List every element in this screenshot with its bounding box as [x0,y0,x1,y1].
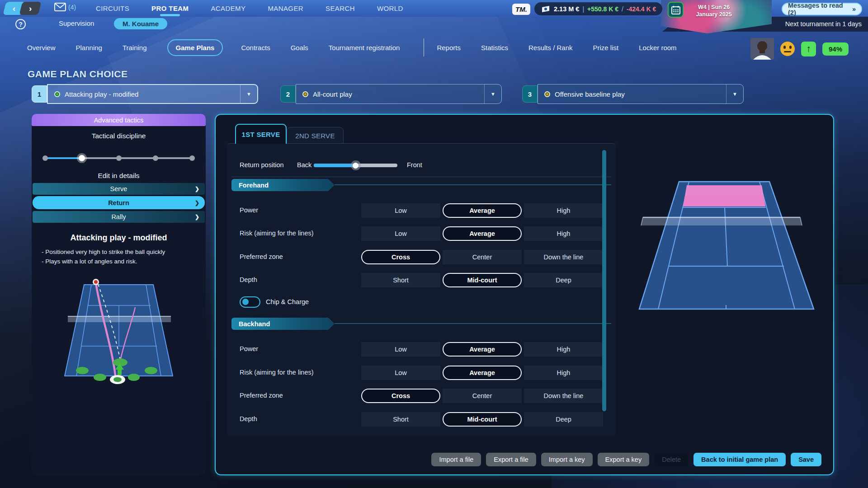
tab-contracts[interactable]: Contracts [241,44,270,52]
option-forehand-depth-deep[interactable]: Deep [524,273,603,287]
tab-overview[interactable]: Overview [27,44,56,52]
chevron-down-icon[interactable]: ▼ [240,85,257,103]
plan-description: - Positioned very high to strike the bal… [42,248,198,267]
game-plan-dropdown-2[interactable]: All-court play ▼ [296,84,502,104]
delete-button[interactable]: Delete [654,453,689,466]
nav-academy[interactable]: ACADEMY [211,5,245,12]
chip-charge-toggle[interactable] [240,296,260,308]
tab-supervision[interactable]: Supervision [59,19,94,27]
import-file-button[interactable]: Import a file [431,453,481,466]
export-key-button[interactable]: Export a key [598,453,650,466]
option-forehand-risk-average[interactable]: Average [443,226,522,241]
row-label: Risk (aiming for the lines) [240,369,314,376]
mood-mouth [784,51,791,52]
tab-planning[interactable]: Planning [76,44,102,52]
option-forehand-zone-center[interactable]: Center [443,250,522,264]
tactical-discipline-slider[interactable] [45,154,192,163]
option-forehand-depth-short[interactable]: Short [361,273,440,287]
chevron-right-icon: ❯ [195,186,199,192]
option-backhand-risk-low[interactable]: Low [361,366,440,380]
game-plan-dropdown-1[interactable]: Attacking play - modified ▼ [47,84,258,104]
tab-first-serve[interactable]: 1ST SERVE [235,124,287,144]
tactical-discipline-label: Tactical discipline [32,132,206,140]
option-backhand-power-high[interactable]: High [524,342,603,357]
row-label: Preferred zone [240,253,283,260]
nav-manager[interactable]: MANAGER [268,5,303,12]
chevron-down-icon[interactable]: ▼ [726,84,743,103]
slider-handle[interactable] [77,153,87,163]
nav-search[interactable]: SEARCH [326,5,355,12]
return-position-slider[interactable] [314,162,397,169]
option-backhand-risk-high[interactable]: High [524,366,603,380]
tab-prize-list[interactable]: Prize list [593,44,619,52]
finance-summary[interactable]: 2.13 M € | +550.8 K € / -424.4 K € [534,2,662,15]
forward-button[interactable]: › [19,2,41,15]
option-forehand-risk-high[interactable]: High [524,226,603,241]
tab-results-rank[interactable]: Results / Rank [528,44,573,52]
save-button[interactable]: Save [791,453,821,466]
tab-reports[interactable]: Reports [437,44,461,52]
export-file-button[interactable]: Export a file [486,453,536,466]
mini-court-diagram [54,273,183,390]
option-backhand-depth-deep[interactable]: Deep [524,412,603,427]
tab-second-serve[interactable]: 2ND SERVE [287,127,344,144]
option-backhand-zone-cross[interactable]: Cross [361,389,440,403]
active-nav-underline [160,14,180,16]
chevron-right-icon: ❯ [195,214,199,220]
calendar-icon [671,5,680,14]
option-forehand-power-average[interactable]: Average [443,203,522,218]
plan-name: All-court play [313,90,352,98]
section-header-line [335,323,611,324]
option-forehand-depth-mid-court[interactable]: Mid-court [443,273,522,287]
slider-step[interactable] [153,155,158,161]
avatar[interactable] [750,38,774,60]
option-backhand-power-average[interactable]: Average [443,342,522,357]
nav-circuits[interactable]: CIRCUITS [96,5,129,12]
back-to-initial-button[interactable]: Back to initial game plan [693,453,786,466]
serve-label: Serve [110,185,127,192]
backhand-risk-row: Risk (aiming for the lines) Low Average … [227,366,616,380]
option-backhand-depth-mid-court[interactable]: Mid-court [443,412,522,427]
game-plan-dropdown-3[interactable]: Offensive baseline play ▼ [538,84,744,104]
import-key-button[interactable]: Import a key [541,453,593,466]
return-label: Return [108,199,129,206]
slider-step[interactable] [116,155,122,161]
rally-details-button[interactable]: Rally ❯ [33,211,205,223]
serve-details-button[interactable]: Serve ❯ [33,183,205,195]
option-backhand-power-low[interactable]: Low [361,342,440,357]
slider-step[interactable] [42,155,48,161]
option-forehand-zone-cross[interactable]: Cross [361,250,440,264]
mood-icon[interactable] [780,42,795,56]
settings-scrollbar[interactable] [602,150,606,411]
slider-step[interactable] [189,155,195,161]
help-button[interactable]: ? [15,19,26,29]
separator-line [231,177,611,177]
tab-goals[interactable]: Goals [291,44,308,52]
mail-button[interactable]: (4) [54,3,76,11]
tab-statistics[interactable]: Statistics [481,44,508,52]
forehand-power-row: Power Low Average High [227,203,616,218]
tab-player[interactable]: M. Kouame [114,18,167,29]
tab-locker-room[interactable]: Locker room [639,44,676,52]
tab-tournament-registration[interactable]: Tournament registration [329,44,400,52]
option-forehand-power-low[interactable]: Low [361,203,440,218]
row-label: Power [240,206,258,214]
nav-world[interactable]: WORLD [377,5,403,12]
chevron-down-icon[interactable]: ▼ [484,84,501,103]
option-backhand-risk-average[interactable]: Average [443,366,522,380]
tab-training[interactable]: Training [123,44,147,52]
option-forehand-zone-down-the-line[interactable]: Down the line [524,250,603,264]
option-backhand-zone-center[interactable]: Center [443,389,522,403]
form-up-button[interactable]: ↑ [801,42,816,56]
slider-handle[interactable] [351,160,361,170]
nav-pro-team[interactable]: PRO TEAM [151,5,189,12]
backhand-power-row: Power Low Average High [227,342,616,357]
option-backhand-zone-down-the-line[interactable]: Down the line [524,389,603,403]
option-forehand-power-high[interactable]: High [524,203,603,218]
return-details-button[interactable]: Return ❯ [33,196,205,209]
messages-button[interactable]: Messages to read (2) » [782,3,862,15]
tab-game-plans[interactable]: Game Plans [167,39,223,56]
option-forehand-risk-low[interactable]: Low [361,226,440,241]
calendar-button[interactable] [668,2,684,18]
option-backhand-depth-short[interactable]: Short [361,412,440,427]
